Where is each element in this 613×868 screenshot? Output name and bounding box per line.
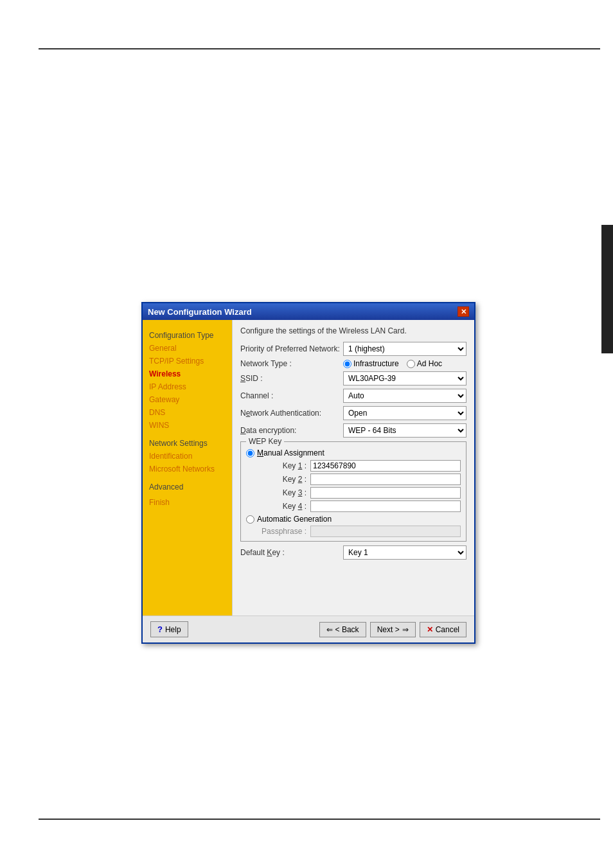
cancel-button[interactable]: ✕ Cancel (420, 622, 466, 637)
channel-row: Channel : Auto 1234 5678 91011 (240, 389, 466, 403)
infra-radio-option[interactable]: Infrastructure (343, 359, 399, 368)
key4-label: Key 4 : (246, 502, 310, 511)
top-rule (39, 48, 600, 49)
cancel-label: Cancel (436, 625, 459, 634)
channel-select[interactable]: Auto 1234 5678 91011 (343, 389, 466, 403)
auth-label: Network Authentication: (240, 409, 343, 418)
dialog-title: New Configuration Wizard (148, 307, 252, 317)
sidebar-item-ip-address[interactable]: IP Address (148, 380, 227, 393)
key1-label: Key 1 : (246, 461, 310, 470)
right-tab (601, 225, 613, 353)
sidebar-item-wins[interactable]: WINS (148, 419, 227, 432)
sidebar-item-finish[interactable]: Finish (148, 496, 227, 509)
default-key-select[interactable]: Key 1 Key 2 Key 3 Key 4 (343, 545, 466, 560)
sidebar-item-gateway[interactable]: Gateway (148, 393, 227, 406)
key1-row: Key 1 : (246, 460, 461, 472)
dialog-wrapper: New Configuration Wizard ✕ Configuration… (141, 302, 475, 644)
back-label: < Back (335, 625, 359, 634)
auto-gen-label: Automatic Generation (257, 515, 332, 524)
next-button[interactable]: Next > ⇒ (370, 622, 416, 637)
key2-row: Key 2 : (246, 474, 461, 485)
sidebar-item-identification[interactable]: Identification (148, 450, 227, 463)
auto-gen-radio[interactable] (246, 515, 254, 524)
next-arrow-icon: ⇒ (402, 625, 409, 634)
back-button[interactable]: ⇐ < Back (319, 622, 366, 637)
nav-button-group: ⇐ < Back Next > ⇒ ✕ Cancel (319, 622, 466, 637)
sidebar-item-wireless[interactable]: Wireless (148, 368, 227, 380)
page-container: New Configuration Wizard ✕ Configuration… (0, 0, 613, 868)
key1-input[interactable] (310, 460, 461, 472)
key3-input[interactable] (310, 487, 461, 499)
network-type-label: Network Type : (240, 359, 343, 368)
adhoc-radio-option[interactable]: Ad Hoc (407, 359, 442, 368)
key3-label: Key 3 : (246, 488, 310, 497)
back-arrow-icon: ⇐ (326, 625, 333, 634)
passphrase-row: Passphrase : (246, 526, 461, 537)
wep-key-legend: WEP Key (246, 437, 284, 446)
help-label: Help (165, 625, 181, 634)
network-type-row: Network Type : Infrastructure Ad Hoc (240, 359, 466, 368)
sidebar-item-configuration-type[interactable]: Configuration Type (148, 329, 227, 342)
ssid-select[interactable]: WL30APG-39 (343, 371, 466, 385)
key4-row: Key 4 : (246, 500, 461, 512)
dialog-footer: ? Help ⇐ < Back Next > ⇒ ✕ Cancel (143, 616, 474, 642)
content-description: Configure the settings of the Wireless L… (240, 326, 466, 335)
sidebar-item-advanced[interactable]: Advanced (148, 481, 227, 493)
network-type-radio-group: Infrastructure Ad Hoc (343, 359, 442, 368)
priority-row: Priority of Preferred Network: 1 (highes… (240, 342, 466, 356)
manual-label: Manual Assignment (257, 448, 324, 457)
default-key-row: Default Key : Key 1 Key 2 Key 3 Key 4 (240, 545, 466, 560)
auth-row: Network Authentication: Open Shared WPA … (240, 406, 466, 420)
close-button[interactable]: ✕ (458, 306, 469, 317)
priority-select[interactable]: 1 (highest) 2 3 4 5 (lowest) (343, 342, 466, 356)
sidebar-item-microsoft-networks[interactable]: Microsoft Networks (148, 463, 227, 475)
infra-radio[interactable] (343, 360, 351, 368)
manual-radio[interactable] (246, 449, 254, 457)
content-area: Configure the settings of the Wireless L… (233, 320, 474, 616)
key4-input[interactable] (310, 500, 461, 512)
priority-label: Priority of Preferred Network: (240, 344, 343, 353)
sidebar-item-general[interactable]: General (148, 342, 227, 355)
dialog-body: Configuration Type General TCP/IP Settin… (143, 320, 474, 616)
encryption-row: Data encryption: WEP - 64 Bits WEP - 128… (240, 423, 466, 438)
encryption-label: Data encryption: (240, 426, 343, 435)
dialog: New Configuration Wizard ✕ Configuration… (141, 302, 475, 644)
help-button[interactable]: ? Help (150, 621, 188, 637)
sidebar-item-network-settings[interactable]: Network Settings (148, 437, 227, 450)
auto-gen-row: Automatic Generation (246, 515, 461, 524)
help-icon: ? (157, 624, 163, 634)
auth-select[interactable]: Open Shared WPA WPA-PSK (343, 406, 466, 420)
ssid-row: SSID : WL30APG-39 (240, 371, 466, 385)
key2-input[interactable] (310, 474, 461, 485)
channel-label: Channel : (240, 391, 343, 400)
adhoc-radio[interactable] (407, 360, 415, 368)
manual-assignment-row: Manual Assignment (246, 448, 461, 457)
sidebar: Configuration Type General TCP/IP Settin… (143, 320, 233, 616)
default-key-label: Default Key : (240, 548, 343, 557)
bottom-rule (39, 819, 600, 820)
sidebar-item-dns[interactable]: DNS (148, 406, 227, 419)
wep-key-group: WEP Key Manual Assignment (240, 441, 466, 542)
next-label: Next > (377, 625, 400, 634)
adhoc-label: Ad Hoc (417, 359, 442, 368)
key2-label: Key 2 : (246, 475, 310, 484)
cancel-icon: ✕ (427, 625, 433, 634)
ssid-label: SSID : (240, 374, 343, 383)
infra-label: Infrastructure (353, 359, 399, 368)
passphrase-label: Passphrase : (246, 527, 310, 536)
key3-row: Key 3 : (246, 487, 461, 499)
encryption-select[interactable]: WEP - 64 Bits WEP - 128 Bits None (343, 423, 466, 438)
dialog-titlebar: New Configuration Wizard ✕ (143, 303, 474, 320)
passphrase-input[interactable] (310, 526, 461, 537)
wep-key-content: Manual Assignment Key 1 : Key 2 : (246, 448, 461, 537)
sidebar-item-tcpip[interactable]: TCP/IP Settings (148, 355, 227, 368)
